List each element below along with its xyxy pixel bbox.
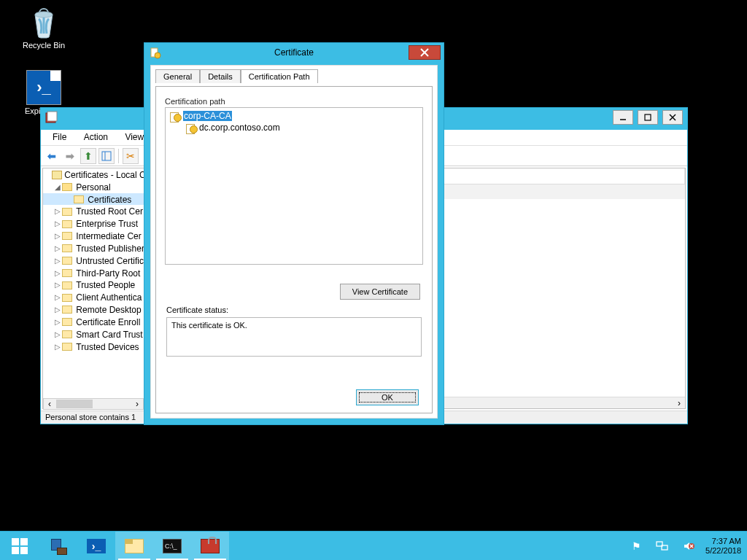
dialog-close-button[interactable] bbox=[409, 45, 441, 60]
menu-file[interactable]: File bbox=[45, 130, 74, 144]
folder-icon bbox=[62, 183, 72, 191]
taskbar-cmd[interactable]: C:\_ bbox=[153, 532, 191, 560]
desktop-icon-recycle-bin[interactable]: Recycle Bin bbox=[16, 4, 71, 50]
svg-point-0 bbox=[35, 12, 53, 18]
certificate-icon bbox=[170, 112, 182, 121]
folder-icon bbox=[62, 343, 72, 351]
close-button[interactable] bbox=[662, 110, 683, 125]
tree-item[interactable]: Trusted Devices bbox=[76, 341, 139, 351]
svg-rect-7 bbox=[102, 152, 111, 160]
cert-root-icon bbox=[52, 171, 62, 179]
toolbar-separator bbox=[118, 149, 119, 163]
path-node-leaf[interactable]: dc.corp.contoso.com bbox=[186, 122, 418, 133]
dialog-titlebar[interactable]: Certificate bbox=[144, 43, 444, 65]
mmc-app-icon bbox=[45, 111, 58, 124]
certificate-icon bbox=[186, 124, 198, 133]
folder-icon bbox=[62, 318, 72, 326]
command-prompt-icon: C:\_ bbox=[163, 539, 182, 553]
certificate-status-label: Certificate status: bbox=[166, 306, 228, 314]
folder-icon bbox=[62, 281, 72, 289]
mmc-tree[interactable]: Certificates - Local C ◢ Personal Certif… bbox=[42, 168, 144, 409]
cut-button[interactable]: ✂ bbox=[123, 148, 139, 164]
tree-certificates[interactable]: Certificates bbox=[88, 194, 131, 204]
svg-point-10 bbox=[155, 52, 160, 58]
tree-personal[interactable]: Personal bbox=[76, 182, 110, 192]
taskbar-clock[interactable]: 7:37 AM 5/22/2018 bbox=[705, 537, 741, 556]
folder-icon bbox=[74, 195, 84, 203]
action-center-icon[interactable]: ⚑ bbox=[627, 537, 646, 556]
folder-icon bbox=[62, 220, 72, 228]
volume-icon[interactable] bbox=[679, 537, 698, 556]
file-explorer-icon bbox=[125, 539, 144, 553]
recycle-bin-icon bbox=[26, 4, 61, 39]
certificate-dialog: Certificate GeneralDetailsCertification … bbox=[144, 42, 444, 425]
svg-rect-4 bbox=[645, 114, 651, 120]
tree-item[interactable]: Trusted Root Cer bbox=[76, 206, 143, 217]
certificate-icon bbox=[150, 47, 161, 59]
ok-button[interactable]: OK bbox=[356, 389, 419, 405]
folder-icon bbox=[62, 208, 72, 216]
scroll-left[interactable]: ‹ bbox=[44, 399, 55, 409]
system-tray: ⚑ 7:37 AM 5/22/2018 bbox=[621, 532, 747, 560]
taskbar: ›_ C:\_ ⚑ 7:37 AM 5/22/2018 bbox=[0, 531, 747, 560]
scroll-thumb[interactable] bbox=[56, 400, 93, 408]
certificate-status-text: This certificate is OK. bbox=[166, 317, 422, 357]
tree-item[interactable]: Remote Desktop bbox=[76, 305, 141, 315]
start-button[interactable] bbox=[0, 532, 39, 560]
tree-h-scrollbar[interactable]: ‹ › bbox=[43, 398, 144, 410]
taskbar-server-manager[interactable] bbox=[39, 532, 77, 560]
powershell-file-icon: ›_ bbox=[26, 70, 61, 105]
tree-item[interactable]: Certificate Enroll bbox=[76, 317, 140, 327]
recycle-bin-label: Recycle Bin bbox=[16, 41, 71, 50]
up-button[interactable]: ⬆ bbox=[80, 148, 96, 164]
tree-item[interactable]: Third-Party Root bbox=[76, 268, 140, 278]
scroll-right[interactable]: › bbox=[673, 397, 685, 408]
maximize-button[interactable] bbox=[638, 110, 658, 125]
show-hide-tree-button[interactable] bbox=[98, 148, 115, 164]
powershell-icon: ›_ bbox=[87, 539, 106, 553]
dialog-tabs: GeneralDetailsCertification Path bbox=[155, 69, 437, 86]
network-icon[interactable] bbox=[653, 537, 672, 556]
back-button[interactable]: ⬅ bbox=[44, 148, 60, 164]
tree-item[interactable]: Enterprise Trust bbox=[76, 219, 138, 229]
tab-certification-path[interactable]: Certification Path bbox=[241, 69, 318, 83]
server-manager-icon bbox=[50, 537, 67, 555]
dialog-title: Certificate bbox=[274, 47, 314, 58]
taskbar-toolbox[interactable] bbox=[191, 532, 229, 560]
folder-icon bbox=[62, 306, 72, 314]
tab-panel-certpath: Certification path corp-CA-CA dc.corp.co… bbox=[155, 86, 433, 413]
tree-item[interactable]: Trusted Publisher bbox=[76, 244, 144, 254]
tree-item[interactable]: Smart Card Trust bbox=[76, 330, 142, 340]
tab-general[interactable]: General bbox=[155, 69, 200, 83]
folder-icon bbox=[62, 257, 72, 265]
svg-rect-2 bbox=[47, 112, 57, 121]
certification-path-tree[interactable]: corp-CA-CA dc.corp.contoso.com bbox=[165, 107, 423, 265]
folder-icon bbox=[62, 269, 72, 277]
folder-icon bbox=[62, 232, 72, 240]
clock-time: 7:37 AM bbox=[705, 537, 741, 546]
folder-icon bbox=[62, 294, 72, 302]
tree-root[interactable]: Certificates - Local C bbox=[64, 170, 144, 180]
tree-item[interactable]: Intermediate Cer bbox=[76, 231, 141, 241]
folder-icon bbox=[62, 330, 72, 338]
toolbox-icon bbox=[201, 539, 220, 553]
windows-logo-icon bbox=[12, 538, 28, 554]
taskbar-explorer[interactable] bbox=[115, 532, 153, 560]
tab-details[interactable]: Details bbox=[200, 69, 241, 83]
clock-date: 5/22/2018 bbox=[705, 546, 741, 556]
tree-item[interactable]: Trusted People bbox=[76, 280, 135, 290]
taskbar-powershell[interactable]: ›_ bbox=[77, 532, 115, 560]
tree-item[interactable]: Client Authentica bbox=[76, 292, 142, 303]
certification-path-label: Certification path bbox=[165, 97, 423, 106]
scroll-right[interactable]: › bbox=[131, 399, 143, 409]
menu-action[interactable]: Action bbox=[77, 130, 115, 144]
view-certificate-button[interactable]: View Certificate bbox=[340, 284, 420, 300]
forward-button[interactable]: ➡ bbox=[62, 148, 78, 164]
minimize-button[interactable] bbox=[613, 110, 633, 125]
folder-icon bbox=[62, 244, 72, 252]
path-node-root[interactable]: corp-CA-CA bbox=[170, 111, 418, 121]
tree-item[interactable]: Untrusted Certific bbox=[76, 256, 144, 266]
